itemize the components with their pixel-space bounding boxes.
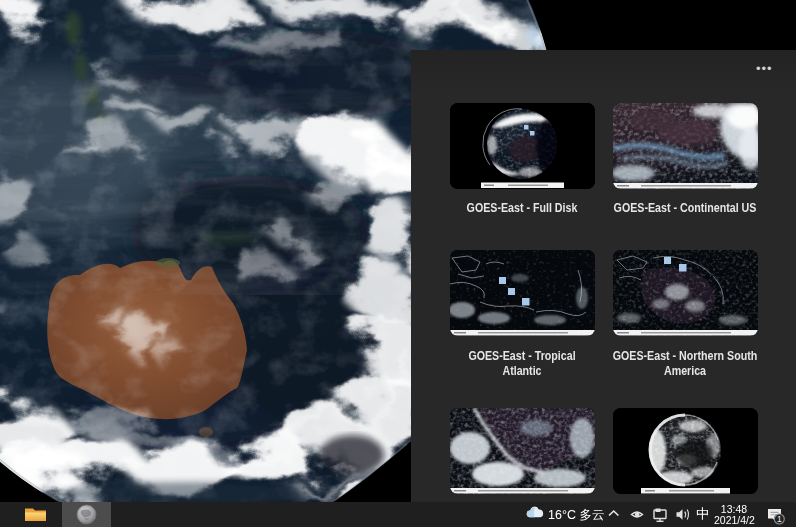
svg-text:1: 1	[777, 514, 782, 524]
